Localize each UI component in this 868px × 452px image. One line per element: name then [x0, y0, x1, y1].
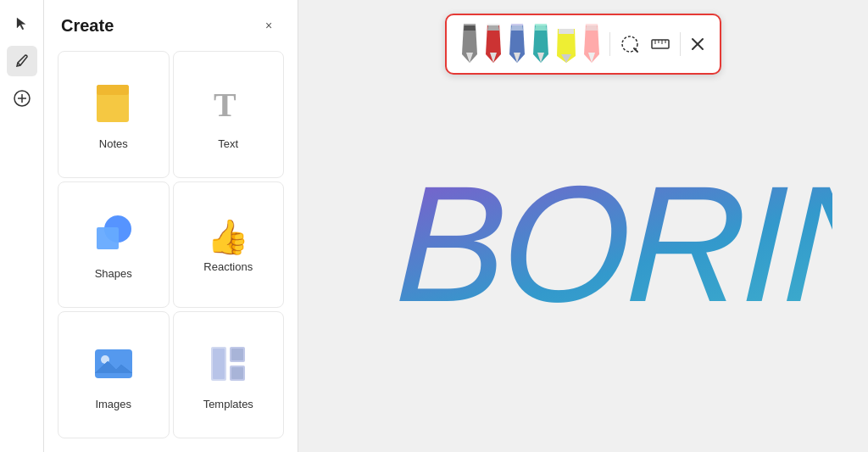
- svg-rect-19: [464, 24, 476, 25]
- pen-icon: [14, 53, 30, 69]
- toolbar-divider-1: [609, 32, 610, 56]
- drawing-toolbar: [445, 14, 721, 75]
- ruler-icon: [649, 33, 671, 55]
- svg-text:BORING: BORING: [392, 151, 832, 336]
- shapes-icon: [92, 212, 135, 260]
- svg-rect-13: [213, 349, 225, 379]
- svg-rect-39: [586, 24, 598, 25]
- svg-rect-23: [487, 24, 499, 25]
- svg-rect-41: [652, 40, 669, 48]
- pink-eraser-tool[interactable]: [581, 20, 603, 66]
- svg-rect-27: [511, 24, 523, 25]
- pen-tools-group: [459, 22, 603, 66]
- canvas-content: BORING: [392, 127, 832, 348]
- add-btn[interactable]: [7, 83, 37, 114]
- close-icon: [689, 36, 706, 53]
- svg-rect-4: [97, 85, 129, 95]
- create-panel: Create × Notes T Text: [44, 0, 298, 452]
- svg-text:T: T: [214, 86, 236, 124]
- svg-rect-14: [231, 349, 243, 360]
- canvas-area[interactable]: BORING: [298, 0, 868, 452]
- svg-rect-7: [97, 227, 119, 249]
- reactions-label: Reactions: [203, 260, 253, 273]
- close-toolbar-btn[interactable]: [687, 34, 708, 54]
- black-pencil-tool[interactable]: [459, 20, 481, 66]
- templates-label: Templates: [203, 398, 253, 410]
- text-item[interactable]: T Text: [173, 51, 285, 178]
- reactions-icon: 👍: [207, 220, 249, 254]
- lasso-tool[interactable]: [617, 31, 643, 57]
- templates-icon: [207, 343, 249, 391]
- blue-pencil-tool[interactable]: [506, 20, 528, 66]
- images-icon: [92, 343, 135, 391]
- templates-item[interactable]: Templates: [173, 311, 285, 438]
- add-icon: [14, 90, 31, 107]
- images-item[interactable]: Images: [58, 311, 170, 438]
- teal-pencil-tool[interactable]: [530, 20, 552, 66]
- images-label: Images: [95, 398, 131, 410]
- create-grid: Notes T Text Shapes 👍 Reactions: [44, 47, 298, 452]
- create-panel-close-btn[interactable]: ×: [257, 14, 281, 37]
- notes-label: Notes: [99, 137, 128, 150]
- cursor-icon: [14, 16, 30, 31]
- text-icon: T: [207, 82, 249, 131]
- shapes-label: Shapes: [95, 267, 132, 280]
- text-label: Text: [218, 137, 238, 150]
- shapes-item[interactable]: Shapes: [58, 181, 170, 309]
- pen-tool-btn[interactable]: [7, 46, 37, 76]
- reactions-item[interactable]: 👍 Reactions: [173, 181, 285, 309]
- create-panel-title: Create: [61, 16, 114, 36]
- svg-rect-15: [231, 367, 243, 379]
- svg-rect-35: [558, 27, 575, 29]
- cursor-tool-btn[interactable]: [7, 8, 37, 39]
- svg-rect-8: [95, 349, 132, 378]
- svg-rect-31: [535, 24, 547, 25]
- lasso-icon: [619, 33, 641, 55]
- create-panel-header: Create ×: [44, 0, 298, 47]
- red-pencil-tool[interactable]: [482, 20, 504, 66]
- notes-item[interactable]: Notes: [58, 51, 170, 178]
- notes-icon: [92, 82, 135, 131]
- toolbar-divider-2: [680, 32, 681, 56]
- ruler-tool[interactable]: [648, 31, 673, 57]
- left-toolbar: [0, 0, 44, 452]
- yellow-highlighter-tool[interactable]: [554, 24, 579, 66]
